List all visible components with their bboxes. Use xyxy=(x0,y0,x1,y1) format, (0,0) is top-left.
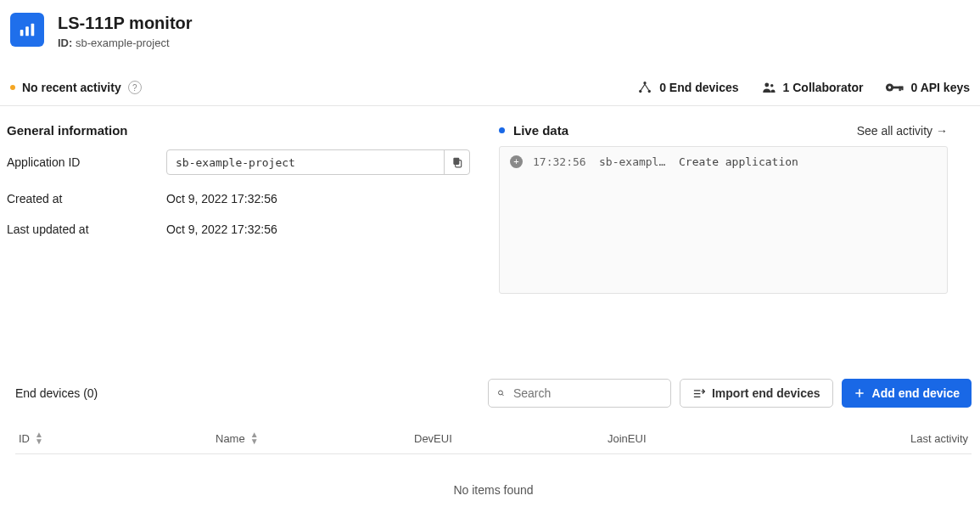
svg-point-6 xyxy=(764,83,769,87)
svg-rect-12 xyxy=(902,87,904,91)
live-event-time: 17:32:56 xyxy=(533,155,589,168)
see-all-activity-link[interactable]: See all activity → xyxy=(857,124,948,138)
live-event-message: Create application xyxy=(679,155,798,168)
app-id-field[interactable] xyxy=(167,156,444,169)
general-info-panel: General information Application ID Creat… xyxy=(7,123,473,294)
key-icon xyxy=(885,81,904,94)
app-id-row: ID: sb-example-project xyxy=(58,37,193,49)
end-devices-stat[interactable]: 0 End devices xyxy=(637,80,738,95)
api-keys-stat[interactable]: 0 API keys xyxy=(885,81,970,94)
plus-icon xyxy=(854,387,865,399)
end-devices-title: End devices (0) xyxy=(15,386,98,400)
copy-button[interactable] xyxy=(444,150,469,174)
add-device-button[interactable]: Add end device xyxy=(842,379,972,408)
app-header: LS-111P monitor ID: sb-example-project xyxy=(0,0,980,56)
live-dot-icon xyxy=(499,127,505,133)
svg-line-16 xyxy=(502,394,504,396)
svg-point-15 xyxy=(498,391,502,395)
app-id-box xyxy=(166,149,470,175)
svg-point-3 xyxy=(643,82,646,84)
devices-table-header: ID ▲▼ Name ▲▼ DevEUI JoinEUI Last activi… xyxy=(15,423,972,454)
live-data-box: + 17:32:56 sb-example… Create applicatio… xyxy=(499,146,948,294)
sort-icon: ▲▼ xyxy=(35,431,43,445)
svg-point-5 xyxy=(648,90,651,93)
empty-state-text: No items found xyxy=(15,454,972,497)
search-input[interactable] xyxy=(513,386,662,400)
hub-icon xyxy=(637,80,652,95)
app-id-label: Application ID xyxy=(7,155,166,169)
import-icon xyxy=(692,387,705,400)
column-id[interactable]: ID ▲▼ xyxy=(19,431,216,445)
svg-rect-11 xyxy=(899,87,901,92)
live-event-row[interactable]: + 17:32:56 sb-example… Create applicatio… xyxy=(510,155,937,168)
collaborators-stat[interactable]: 1 Collaborator xyxy=(761,80,864,95)
svg-rect-0 xyxy=(20,30,24,36)
column-last-activity[interactable]: Last activity xyxy=(875,432,968,445)
svg-rect-2 xyxy=(31,24,35,37)
updated-at-value: Oct 9, 2022 17:32:56 xyxy=(166,222,277,236)
updated-at-label: Last updated at xyxy=(7,222,166,236)
search-icon xyxy=(497,386,505,400)
people-icon xyxy=(761,80,776,95)
sort-icon: ▲▼ xyxy=(250,431,259,445)
copy-icon xyxy=(451,156,463,168)
column-deveui[interactable]: DevEUI xyxy=(414,432,608,445)
created-at-value: Oct 9, 2022 17:32:56 xyxy=(166,192,277,206)
app-icon xyxy=(10,13,44,47)
live-data-panel: Live data See all activity → + 17:32:56 … xyxy=(499,123,980,294)
svg-point-7 xyxy=(770,84,773,87)
live-data-title: Live data xyxy=(513,123,568,138)
svg-point-9 xyxy=(888,86,891,88)
import-devices-button[interactable]: Import end devices xyxy=(680,379,833,408)
page-title: LS-111P monitor xyxy=(58,13,193,33)
general-info-title: General information xyxy=(7,123,473,138)
end-devices-section: End devices (0) Import end devices Add e… xyxy=(0,294,980,497)
search-input-container xyxy=(488,379,671,408)
created-at-label: Created at xyxy=(7,192,166,206)
activity-status-text: No recent activity xyxy=(22,81,121,94)
plus-circle-icon: + xyxy=(510,155,523,168)
svg-rect-14 xyxy=(453,158,459,165)
help-icon[interactable]: ? xyxy=(128,81,142,94)
live-event-source: sb-example… xyxy=(599,155,669,168)
status-bar: No recent activity ? 0 End devices 1 Col… xyxy=(0,71,980,106)
svg-point-4 xyxy=(639,90,641,93)
svg-rect-1 xyxy=(25,26,29,36)
status-dot-icon xyxy=(10,85,15,90)
column-joineui[interactable]: JoinEUI xyxy=(608,432,875,445)
column-name[interactable]: Name ▲▼ xyxy=(216,431,414,445)
